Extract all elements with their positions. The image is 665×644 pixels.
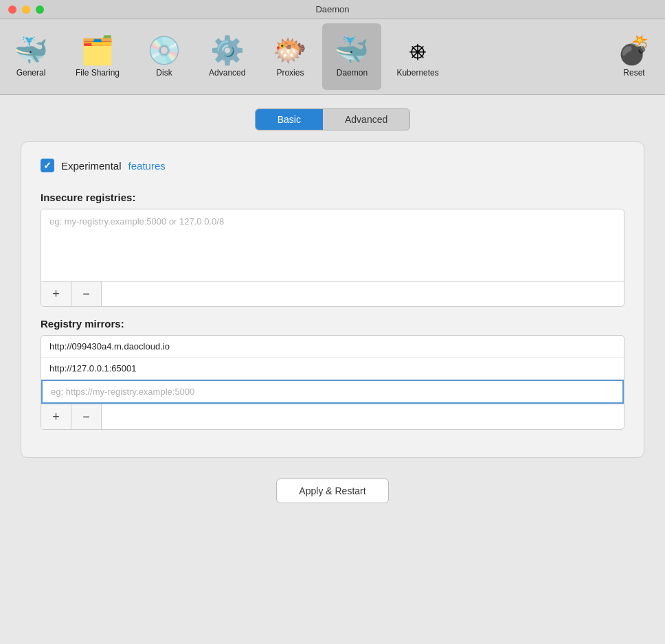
mirror-remove-button[interactable]: − (71, 404, 102, 429)
file-sharing-icon: 🗂️ (80, 36, 115, 64)
toolbar-item-reset[interactable]: 💣 Reset (605, 23, 664, 90)
registry-mirrors-area: http://099430a4.m.daocloud.io http://127… (41, 335, 624, 430)
reset-icon: 💣 (617, 36, 651, 64)
window-controls (8, 5, 44, 14)
kubernetes-label: Kubernetes (396, 68, 438, 78)
window-title: Daemon (315, 4, 349, 14)
insecure-registries-controls: + − (41, 281, 624, 306)
file-sharing-label: File Sharing (76, 68, 120, 78)
insecure-registries-area: + − (41, 209, 624, 307)
mirror-add-button[interactable]: + (41, 404, 71, 429)
toolbar-item-disk[interactable]: 💿 Disk (135, 23, 194, 90)
toolbar: 🐳 General 🗂️ File Sharing 💿 Disk ⚙️ Adva… (0, 19, 665, 95)
mirror-entry-1: http://127.0.0.1:65001 (41, 358, 624, 380)
advanced-icon: ⚙️ (210, 36, 245, 64)
reset-label: Reset (623, 68, 644, 78)
registry-mirrors-label: Registry mirrors: (41, 318, 624, 330)
experimental-features-link[interactable]: features (128, 160, 166, 172)
general-label: General (16, 68, 46, 78)
tab-basic[interactable]: Basic (256, 109, 323, 130)
toolbar-item-file-sharing[interactable]: 🗂️ File Sharing (63, 23, 132, 90)
toolbar-item-proxies[interactable]: 🐡 Proxies (260, 23, 319, 90)
apply-restart-button[interactable]: Apply & Restart (276, 479, 388, 503)
insecure-registries-label: Insecure registries: (41, 192, 624, 203)
toggle-bar: Basic Advanced (21, 108, 644, 130)
experimental-checkbox[interactable]: ✓ (41, 159, 54, 172)
tab-advanced[interactable]: Advanced (323, 109, 409, 130)
kubernetes-icon: ⎈ (409, 36, 426, 64)
experimental-label: Experimental (61, 160, 122, 172)
title-bar: Daemon (0, 0, 665, 19)
disk-label: Disk (156, 68, 172, 78)
settings-card: ✓ Experimental features Insecure registr… (21, 141, 644, 458)
toolbar-item-kubernetes[interactable]: ⎈ Kubernetes (384, 23, 451, 90)
insecure-registries-input[interactable] (41, 209, 624, 278)
insecure-registries-add-button[interactable]: + (41, 281, 71, 306)
mirror-input-row (41, 380, 624, 404)
advanced-label: Advanced (209, 68, 245, 78)
close-button[interactable] (8, 5, 16, 14)
toolbar-item-general[interactable]: 🐳 General (1, 23, 60, 90)
general-icon: 🐳 (14, 36, 48, 64)
disk-icon: 💿 (147, 36, 181, 64)
apply-bar: Apply & Restart (21, 479, 644, 503)
toolbar-item-daemon[interactable]: 🐳 Daemon (322, 23, 381, 90)
toolbar-item-advanced[interactable]: ⚙️ Advanced (196, 23, 258, 90)
maximize-button[interactable] (36, 5, 44, 14)
toggle-group: Basic Advanced (255, 108, 411, 130)
proxies-label: Proxies (276, 68, 304, 78)
main-content: Basic Advanced ✓ Experimental features I… (0, 95, 665, 517)
minimize-button[interactable] (22, 5, 30, 14)
mirror-entry-0: http://099430a4.m.daocloud.io (41, 336, 624, 358)
insecure-registries-remove-button[interactable]: − (71, 281, 102, 306)
mirror-new-input[interactable] (43, 381, 622, 402)
experimental-row: ✓ Experimental features (41, 159, 624, 172)
checkbox-check-icon: ✓ (43, 160, 52, 171)
daemon-icon: 🐳 (335, 36, 369, 64)
proxies-icon: 🐡 (273, 36, 307, 64)
daemon-label: Daemon (337, 68, 368, 78)
mirrors-controls: + − (41, 404, 624, 429)
